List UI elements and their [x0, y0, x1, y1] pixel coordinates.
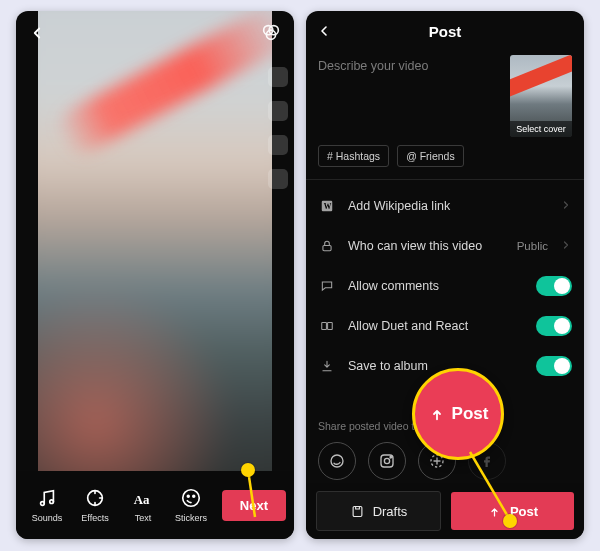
editor-topbar [16, 11, 294, 55]
post-button-label: Post [510, 504, 538, 519]
svg-point-4 [50, 500, 54, 504]
row-privacy-value: Public [517, 240, 548, 252]
friends-chip-label: @ Friends [406, 150, 455, 162]
side-tool-3[interactable] [268, 135, 288, 155]
toggle-duet[interactable] [536, 316, 572, 336]
post-header-title: Post [429, 23, 462, 40]
tool-sounds[interactable]: Sounds [24, 487, 70, 523]
side-tool-1[interactable] [268, 67, 288, 87]
lock-icon [318, 239, 336, 253]
toggle-comments[interactable] [536, 276, 572, 296]
tool-effects[interactable]: Effects [72, 487, 118, 523]
row-privacy-label: Who can view this video [348, 239, 505, 253]
row-duet-label: Allow Duet and React [348, 319, 524, 333]
post-body: Describe your video Select cover # Hasht… [306, 51, 584, 477]
back-icon[interactable] [28, 24, 46, 42]
tool-stickers[interactable]: Stickers [168, 487, 214, 523]
download-icon [318, 359, 336, 373]
svg-text:Aa: Aa [134, 493, 150, 507]
svg-point-17 [384, 458, 389, 463]
tool-text[interactable]: Aa Text [120, 487, 166, 523]
share-instagram[interactable] [368, 442, 406, 480]
row-save: Save to album [318, 346, 572, 386]
cover-label: Select cover [510, 121, 572, 137]
share-label: Share posted video to: [318, 420, 572, 432]
svg-point-9 [193, 495, 195, 497]
hashtags-chip[interactable]: # Hashtags [318, 145, 389, 167]
row-privacy[interactable]: Who can view this video Public [318, 226, 572, 266]
row-comments: Allow comments [318, 266, 572, 306]
svg-rect-13 [322, 323, 327, 330]
tool-effects-label: Effects [81, 513, 108, 523]
svg-rect-14 [328, 323, 333, 330]
tool-stickers-label: Stickers [175, 513, 207, 523]
svg-point-7 [183, 490, 200, 507]
next-button[interactable]: Next [222, 490, 286, 521]
tool-text-label: Text [135, 513, 152, 523]
svg-text:W: W [324, 202, 332, 211]
chevron-right-icon [560, 199, 572, 214]
side-tool-4[interactable] [268, 169, 288, 189]
chevron-right-icon [560, 239, 572, 254]
row-duet: Allow Duet and React [318, 306, 572, 346]
svg-point-15 [331, 455, 343, 467]
toggle-save[interactable] [536, 356, 572, 376]
phone-editor: Sounds Effects Aa Text Stickers Next [16, 11, 294, 539]
description-placeholder: Describe your video [318, 59, 428, 73]
row-save-label: Save to album [348, 359, 524, 373]
editor-bottombar: Sounds Effects Aa Text Stickers Next [16, 471, 294, 539]
stage: Sounds Effects Aa Text Stickers Next [0, 0, 600, 551]
post-button[interactable]: Post [451, 492, 574, 530]
editor-video-preview[interactable] [38, 11, 272, 471]
next-button-label: Next [240, 498, 268, 513]
row-wikipedia-label: Add Wikipedia link [348, 199, 548, 213]
duet-icon [318, 319, 336, 333]
hashtags-chip-label: # Hashtags [327, 150, 380, 162]
svg-point-3 [41, 502, 45, 506]
tool-sounds-label: Sounds [32, 513, 63, 523]
share-whatsapp[interactable] [318, 442, 356, 480]
drafts-button[interactable]: Drafts [316, 491, 441, 531]
wikipedia-icon: W [318, 199, 336, 213]
drafts-button-label: Drafts [373, 504, 408, 519]
divider [306, 179, 584, 180]
share-facebook[interactable] [468, 442, 506, 480]
friends-chip[interactable]: @ Friends [397, 145, 464, 167]
post-header: Post [306, 11, 584, 51]
back-icon[interactable] [316, 11, 332, 51]
row-comments-label: Allow comments [348, 279, 524, 293]
svg-rect-12 [323, 245, 331, 250]
side-tool-2[interactable] [268, 101, 288, 121]
row-wikipedia[interactable]: W Add Wikipedia link [318, 186, 572, 226]
svg-point-18 [390, 457, 392, 459]
share-more[interactable] [418, 442, 456, 480]
phone-post: Post Describe your video Select cover # … [306, 11, 584, 539]
post-footer: Drafts Post [306, 483, 584, 539]
svg-point-8 [187, 495, 189, 497]
filters-icon[interactable] [260, 21, 282, 46]
comments-icon [318, 279, 336, 293]
description-input[interactable]: Describe your video [318, 55, 500, 137]
editor-side-tools [268, 67, 288, 189]
svg-rect-20 [353, 506, 362, 516]
cover-picker[interactable]: Select cover [510, 55, 572, 137]
